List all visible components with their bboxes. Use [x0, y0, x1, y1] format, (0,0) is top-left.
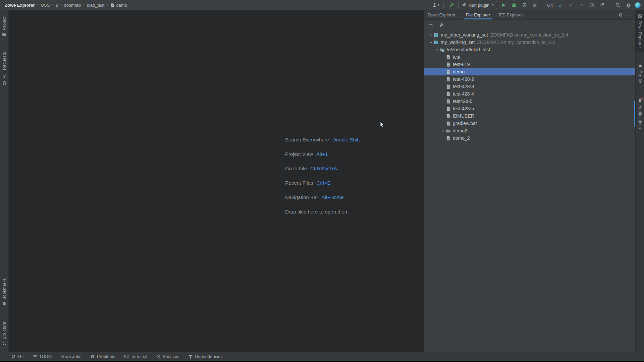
stripe-tab-label: Zowe Explorer: [638, 20, 642, 48]
tree-row[interactable]: my_other_working_setZOSMFAD on my_connec…: [424, 31, 635, 39]
stripe-tab-pull-requests[interactable]: Pull Requests: [0, 49, 8, 88]
breadcrumb-item-label: zosmfad: [64, 3, 81, 8]
file-icon: [446, 62, 452, 67]
terminal-icon: [124, 354, 129, 359]
statusbar-item-zowe-jobs[interactable]: Zowe Jobs: [60, 354, 82, 359]
breadcrumb-item-label: ulad_test: [87, 3, 105, 8]
tree-node-label: IBMUSER: [453, 113, 474, 119]
breadcrumb-item[interactable]: USS: [41, 3, 50, 8]
tree-node-label: test: [453, 54, 461, 60]
project-folder-icon: [2, 32, 7, 37]
tab-file-explorer[interactable]: File Explorer: [462, 10, 494, 19]
stripe-tab-notifications[interactable]: Notifications: [636, 95, 644, 132]
tree-row[interactable]: test428-5: [424, 98, 635, 105]
problems-icon: [90, 354, 95, 359]
git-label: Git:: [547, 3, 554, 8]
breadcrumb-separator: ›: [52, 3, 53, 7]
shortcut-keys: Double Shift: [332, 137, 360, 142]
git-push-button[interactable]: ↗: [578, 1, 585, 9]
rollback-button[interactable]: ↺: [598, 1, 606, 9]
panel-settings-gear-button[interactable]: [618, 12, 623, 17]
top-bar: Zowe Explorer ›USS›u›zosmfad›ulad_test›d…: [0, 0, 644, 10]
zowe-logo-icon[interactable]: [635, 2, 641, 8]
chevron-down-icon: ▾: [438, 3, 440, 7]
breadcrumb-items: ›USS›u›zosmfad›ulad_test›demo: [37, 3, 127, 8]
breadcrumb-item[interactable]: ulad_test: [87, 3, 105, 8]
build-hammer-icon[interactable]: [448, 1, 455, 9]
history-clock-button[interactable]: [588, 1, 595, 9]
chevron-slot: [428, 33, 434, 37]
file-explorer-tree: my_other_working_setZOSMFAD on my_connec…: [424, 30, 635, 142]
tree-row[interactable]: test-428-5: [424, 105, 635, 112]
tree-node-label: test-428-3: [453, 84, 474, 89]
user-icon[interactable]: ▾: [432, 1, 439, 9]
stripe-tab-bookmarks[interactable]: Bookmarks: [0, 275, 8, 310]
chevron-slot: [434, 48, 440, 52]
breadcrumb-root[interactable]: Zowe Explorer: [5, 3, 35, 8]
stripe-tab-structure[interactable]: Structure: [0, 318, 8, 349]
statusbar-item-todo[interactable]: TODO: [33, 354, 52, 359]
tree-row[interactable]: my_working_setZOSMFAD on my_connection_t…: [424, 39, 635, 46]
tree-row[interactable]: IBMUSER: [424, 112, 635, 120]
panel-header: Zowe Explorer: File ExplorerJES Explorer: [424, 10, 635, 20]
statusbar-item-services[interactable]: Services: [156, 354, 179, 359]
breadcrumb-item-label: demo: [116, 3, 127, 8]
chevron-right-icon: [429, 33, 433, 37]
todo-list-icon: [33, 354, 37, 359]
tree-row[interactable]: test: [424, 53, 635, 61]
run-button[interactable]: [500, 1, 507, 9]
tree-row[interactable]: /u/zosmfad/ulad_test: [424, 46, 635, 53]
tree-row[interactable]: demo2: [424, 127, 635, 134]
tree-row[interactable]: demo: [424, 68, 635, 75]
statusbar-item-git[interactable]: Git: [11, 354, 24, 359]
panel-header-actions: [618, 12, 632, 17]
shortcut-keys: Ctrl+E: [316, 180, 330, 186]
stripe-tab-gradle[interactable]: Gradle: [636, 60, 644, 86]
stripe-tab-zowe-explorer[interactable]: Zowe Explorer: [636, 10, 644, 52]
chevron-slot: [428, 40, 434, 45]
shortcut-row: Navigation BarAlt+Home: [285, 193, 360, 201]
run-configuration-select[interactable]: Run plugin ▾: [458, 1, 497, 9]
stop-button[interactable]: [531, 1, 539, 9]
uss-folder-icon: [440, 47, 446, 52]
stripe-tab-project[interactable]: Project: [0, 13, 8, 40]
search-everywhere-button[interactable]: [614, 1, 622, 9]
debug-bug-button[interactable]: [511, 1, 518, 9]
tree-row[interactable]: demo_2: [424, 134, 635, 142]
main-toolbar: ▾ Run plugin ▾: [432, 1, 644, 9]
panel-title: Zowe Explorer:: [427, 12, 457, 17]
tree-row[interactable]: test-819: [424, 61, 635, 68]
breadcrumb-item[interactable]: u: [56, 3, 58, 8]
profiler-button[interactable]: [521, 1, 528, 9]
settings-gear-button[interactable]: [625, 1, 632, 9]
statusbar-item-label: TODO: [39, 354, 52, 359]
status-bar: GitTODOZowe JobsProblemsTerminalServices…: [0, 352, 644, 361]
breadcrumb-item[interactable]: demo: [110, 3, 127, 8]
statusbar-item-problems[interactable]: Problems: [90, 354, 115, 359]
git-commit-button[interactable]: ✓: [567, 1, 575, 9]
shortcut-label: Search Everywhere: [285, 137, 329, 142]
tree-node-label: my_other_working_set: [441, 32, 488, 38]
settings-wrench-button[interactable]: [439, 22, 444, 27]
tab-jes-explorer[interactable]: JES Explorer: [494, 10, 527, 19]
structure-icon: [2, 341, 7, 346]
folder-icon: [446, 128, 452, 133]
tree-row[interactable]: test-428-3: [424, 83, 635, 90]
statusbar-item-label: Services: [163, 354, 179, 359]
tree-row[interactable]: gradlew.bat: [424, 120, 635, 127]
shortcut-row: Recent FilesCtrl+E: [285, 178, 360, 187]
tree-row[interactable]: test-428-2: [424, 75, 635, 83]
git-update-button[interactable]: ↙: [557, 1, 564, 9]
working-set-icon: [434, 40, 440, 45]
toolbar-separator: [443, 2, 444, 8]
statusbar-item-dependencies[interactable]: Dependencies: [188, 354, 223, 359]
shortcut-row: Go to FileCtrl+Shift+N: [285, 164, 360, 173]
statusbar-item-terminal[interactable]: Terminal: [124, 354, 147, 359]
git-branch-icon: [11, 354, 16, 359]
left-stripe-bottom: BookmarksStructure: [0, 275, 8, 349]
tree-node-label: my_working_set: [441, 40, 475, 45]
add-working-set-button[interactable]: [429, 22, 434, 27]
panel-minimize-button[interactable]: [627, 12, 632, 17]
tree-row[interactable]: test-428-4: [424, 90, 635, 98]
breadcrumb-item[interactable]: zosmfad: [64, 3, 81, 8]
